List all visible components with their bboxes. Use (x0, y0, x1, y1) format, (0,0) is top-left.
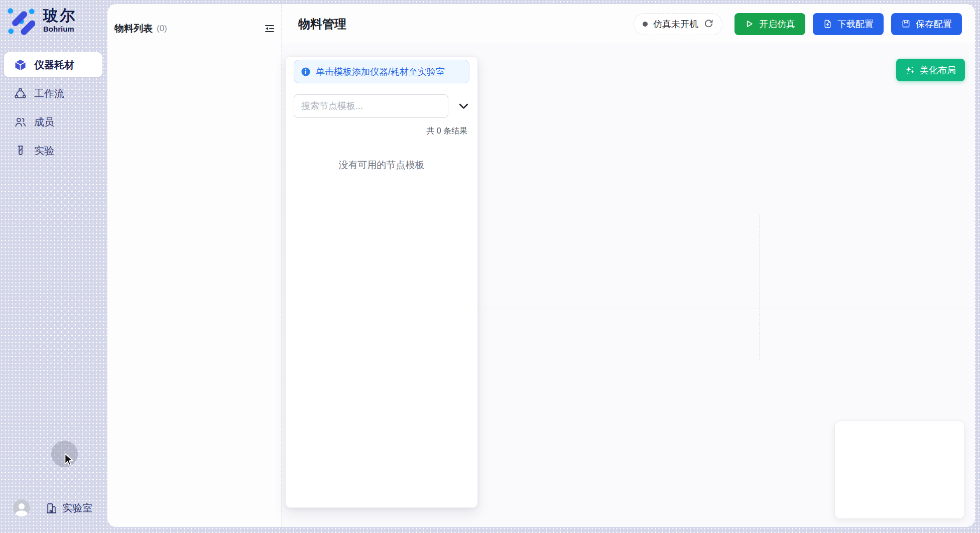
lab-switcher[interactable]: 实验室 (45, 501, 92, 515)
start-simulation-button[interactable]: 开启仿真 (734, 13, 805, 35)
collapse-panel-button[interactable] (264, 23, 276, 35)
app-root: { "brand": { "zh": "玻尔", "en": "Bohrium"… (0, 0, 980, 533)
sidebar: 玻尔 Bohrium 仪器耗材 工作流 (0, 0, 107, 533)
empty-state-text: 没有可用的节点模板 (294, 159, 469, 172)
search-row (294, 94, 469, 118)
brand-name-en: Bohrium (43, 25, 76, 33)
sidebar-item-experiments[interactable]: 实验 (4, 138, 102, 163)
node-template-panel: 单击模板添加仪器/耗材至实验室 共 0 条结果 没有可用的节点模板 (285, 56, 478, 508)
sidebar-item-label: 工作流 (34, 87, 64, 100)
workflow-icon (14, 87, 27, 100)
refresh-icon[interactable] (704, 19, 713, 29)
menu-fold-icon (264, 23, 275, 34)
status-dot (643, 22, 648, 27)
mouse-cursor (62, 452, 76, 467)
canvas-guide-horizontal (478, 309, 975, 309)
canvas-guide-vertical (759, 215, 760, 360)
sidebar-item-label: 成员 (34, 115, 54, 129)
header-actions: 仿真未开机 开启仿真 下载配置 (634, 13, 962, 35)
material-list-title: 物料列表 (114, 22, 153, 35)
download-config-button[interactable]: 下载配置 (813, 13, 884, 35)
material-list-header: 物料列表 (0) (107, 4, 281, 35)
status-label: 仿真未开机 (653, 18, 698, 30)
save-config-label: 保存配置 (916, 18, 952, 30)
main-header: 物料管理 仿真未开机 开启仿真 (282, 4, 975, 44)
chevron-down-icon (459, 103, 468, 109)
save-config-button[interactable]: 保存配置 (891, 13, 962, 35)
lab-label: 实验室 (62, 501, 92, 515)
download-config-label: 下载配置 (837, 18, 874, 30)
sidebar-item-label: 实验 (34, 144, 54, 158)
minimap[interactable] (834, 421, 965, 519)
search-input[interactable] (294, 94, 448, 118)
play-icon (745, 19, 754, 29)
members-icon (14, 116, 27, 128)
user-avatar[interactable] (13, 499, 30, 516)
info-icon (301, 67, 311, 77)
brand-name-zh: 玻尔 (43, 7, 76, 24)
sparkles-icon (905, 65, 915, 75)
sidebar-menu: 仪器耗材 工作流 成员 (4, 52, 102, 167)
expand-toggle[interactable] (459, 103, 468, 109)
content-card: 物料列表 (0) 物料管理 仿真未开机 (107, 4, 975, 527)
bohrium-logo-icon (7, 7, 35, 35)
building-icon (45, 502, 58, 514)
brand-logo: 玻尔 Bohrium (7, 7, 76, 35)
sidebar-item-label: 仪器耗材 (34, 58, 74, 72)
tip-banner: 单击模板添加仪器/耗材至实验室 (294, 60, 469, 83)
page-title: 物料管理 (298, 16, 346, 32)
beautify-layout-label: 美化布局 (920, 64, 956, 76)
test-tube-icon (14, 145, 27, 157)
save-icon (901, 19, 911, 29)
layout-canvas[interactable]: 单击模板添加仪器/耗材至实验室 共 0 条结果 没有可用的节点模板 (282, 44, 975, 527)
sidebar-item-instruments[interactable]: 仪器耗材 (4, 52, 102, 77)
start-simulation-label: 开启仿真 (759, 18, 795, 30)
beautify-layout-button[interactable]: 美化布局 (896, 59, 965, 81)
sidebar-item-workflow[interactable]: 工作流 (4, 81, 102, 106)
tip-text: 单击模板添加仪器/耗材至实验室 (316, 66, 445, 78)
simulation-status-pill[interactable]: 仿真未开机 (634, 13, 722, 35)
cube-icon (14, 59, 27, 71)
result-count: 共 0 条结果 (294, 126, 469, 137)
material-list-count: (0) (157, 24, 167, 34)
material-list-panel: 物料列表 (0) (107, 4, 282, 527)
brand-text: 玻尔 Bohrium (43, 7, 76, 33)
sidebar-item-members[interactable]: 成员 (4, 109, 102, 135)
file-download-icon (823, 19, 832, 29)
